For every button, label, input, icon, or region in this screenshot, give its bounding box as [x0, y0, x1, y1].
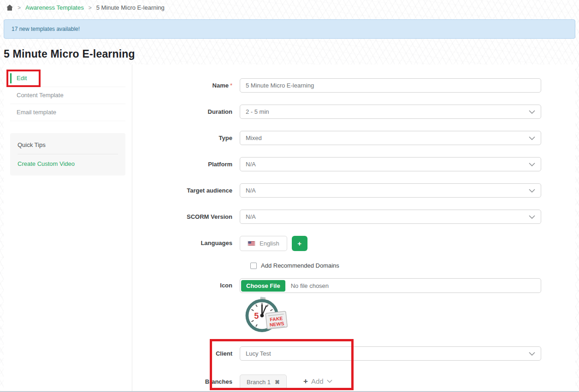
- breadcrumb: > Awareness Templates > 5 Minute Micro E…: [6, 4, 165, 11]
- info-banner-text: 17 new templates available!: [12, 26, 80, 32]
- platform-value: N/A: [246, 161, 256, 168]
- sidebar-item-label: Edit: [17, 75, 27, 82]
- client-value: Lucy Test: [246, 350, 271, 357]
- template-icon-preview: 5 FAKE NEWS: [243, 297, 575, 338]
- form-row-target-audience: Target audience N/A: [132, 183, 575, 198]
- icon-file-input[interactable]: Choose File No file chosen: [240, 278, 541, 293]
- scorm-version-select[interactable]: N/A: [240, 210, 541, 224]
- client-select[interactable]: Lucy Test: [240, 346, 541, 361]
- form-row-platform: Platform N/A: [132, 157, 575, 171]
- scorm-version-value: N/A: [246, 213, 256, 220]
- sidebar: Edit Content Template Email template Qui…: [4, 64, 132, 391]
- target-audience-value: N/A: [246, 187, 256, 194]
- form-row-duration: Duration 2 - 5 min: [132, 105, 575, 119]
- quick-tips-panel: Quick Tips Create Custom Video: [10, 133, 125, 176]
- chevron-down-icon: [529, 215, 535, 219]
- add-recommended-domains-checkbox[interactable]: [250, 263, 257, 269]
- target-audience-label: Target audience: [132, 183, 240, 194]
- icon-label: Icon: [132, 278, 240, 289]
- remove-branch-icon[interactable]: ✖: [275, 379, 280, 386]
- plus-icon: +: [297, 240, 301, 247]
- form-row-scorm-version: SCORM Version N/A: [132, 210, 575, 224]
- add-branch-label: Add: [311, 377, 324, 385]
- plus-icon: +: [303, 377, 308, 385]
- client-label: Client: [132, 346, 240, 357]
- add-recommended-domains-row: Add Recommended Domains: [250, 262, 575, 269]
- active-indicator-bar: [10, 73, 12, 83]
- page-title: 5 Minute Micro E-learning: [4, 48, 135, 60]
- home-icon[interactable]: [6, 5, 13, 11]
- chevron-down-icon: [529, 352, 535, 356]
- form-row-icon: Icon Choose File No file chosen: [132, 278, 575, 293]
- required-asterisk: *: [230, 82, 232, 89]
- branches-label: Branches: [132, 374, 240, 385]
- form-row-languages: Languages English: [132, 236, 575, 251]
- duration-select[interactable]: 2 - 5 min: [240, 105, 541, 119]
- edit-form: Name* Duration 2 - 5 min Type Mixed: [132, 64, 575, 391]
- sidebar-item-edit[interactable]: Edit: [10, 70, 125, 87]
- languages-label: Languages: [132, 236, 240, 246]
- content-card: Edit Content Template Email template Qui…: [4, 64, 575, 391]
- branch-chip-label: Branch 1: [247, 379, 271, 386]
- type-label: Type: [132, 131, 240, 141]
- clock-fake-news-image: 5 FAKE NEWS: [243, 297, 288, 336]
- sidebar-item-label: Email template: [17, 109, 56, 116]
- type-select[interactable]: Mixed: [240, 131, 541, 145]
- form-row-branches: Branches Branch 1 ✖ + Add: [132, 374, 575, 390]
- quick-tips-link-create-custom-video[interactable]: Create Custom Video: [18, 154, 118, 173]
- duration-value: 2 - 5 min: [246, 108, 269, 115]
- platform-select[interactable]: N/A: [240, 157, 541, 171]
- breadcrumb-separator: >: [89, 5, 92, 11]
- svg-text:5: 5: [254, 311, 259, 321]
- name-label: Name*: [132, 78, 240, 89]
- target-audience-select[interactable]: N/A: [240, 183, 541, 198]
- platform-label: Platform: [132, 157, 240, 168]
- chevron-down-icon: [327, 380, 332, 383]
- duration-label: Duration: [132, 105, 240, 115]
- us-flag-icon: [248, 241, 255, 246]
- sidebar-item-email-template[interactable]: Email template: [10, 104, 125, 121]
- add-branch-dropdown[interactable]: + Add: [300, 374, 336, 389]
- form-row-name: Name*: [132, 78, 575, 93]
- form-row-client: Client Lucy Test: [132, 346, 575, 361]
- chevron-down-icon: [529, 110, 535, 114]
- file-chosen-status: No file chosen: [291, 282, 329, 289]
- breadcrumb-current: 5 Minute Micro E-learning: [96, 4, 165, 11]
- breadcrumb-separator: >: [18, 5, 21, 11]
- type-value: Mixed: [246, 135, 262, 141]
- name-input[interactable]: [240, 78, 541, 93]
- quick-tips-title: Quick Tips: [18, 135, 118, 154]
- breadcrumb-link-awareness-templates[interactable]: Awareness Templates: [25, 4, 84, 11]
- sidebar-item-content-template[interactable]: Content Template: [10, 87, 125, 104]
- form-row-type: Type Mixed: [132, 131, 575, 145]
- choose-file-button[interactable]: Choose File: [241, 280, 285, 292]
- chevron-down-icon: [529, 163, 535, 166]
- add-recommended-domains-label[interactable]: Add Recommended Domains: [261, 262, 339, 269]
- add-language-button[interactable]: +: [292, 236, 307, 251]
- scorm-version-label: SCORM Version: [132, 210, 240, 220]
- sidebar-item-label: Content Template: [17, 92, 64, 99]
- branch-chip-branch-1[interactable]: Branch 1 ✖: [240, 374, 287, 390]
- language-chip-english[interactable]: English: [240, 236, 287, 251]
- chevron-down-icon: [529, 136, 535, 140]
- info-banner: 17 new templates available!: [4, 19, 575, 39]
- chevron-down-icon: [529, 189, 535, 193]
- language-chip-label: English: [260, 240, 279, 247]
